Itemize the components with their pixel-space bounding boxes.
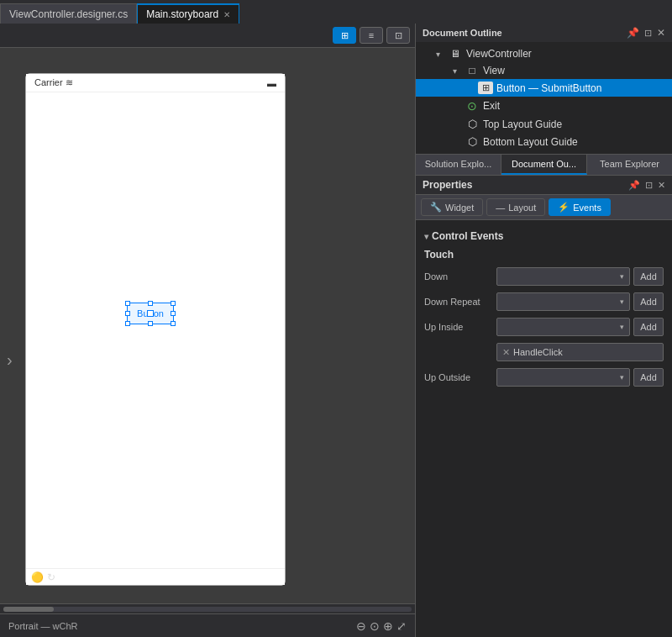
up-inside-dropdown[interactable]: ▾ [496, 318, 630, 336]
view-icon: □ [465, 65, 480, 76]
ios-bottom-bar: 🟡 ↻ [26, 568, 285, 585]
down-repeat-add-label: Add [640, 297, 657, 307]
handle-bl [125, 321, 130, 326]
properties-close-icon[interactable]: ✕ [658, 180, 665, 191]
prop-row-handle-click: ✕ HandleClick [416, 340, 672, 365]
up-outside-input-area: ▾ Add [496, 368, 664, 387]
handle-mr [171, 311, 176, 316]
up-inside-add-button[interactable]: Add [633, 318, 664, 336]
bottom-icon-1: 🟡 [31, 571, 44, 583]
properties-title: Properties [423, 179, 472, 191]
down-add-button[interactable]: Add [633, 267, 664, 286]
properties-header-icons: 📌 ⊡ ✕ [628, 180, 665, 191]
zoom-reset-icon[interactable]: ⊙ [370, 619, 380, 633]
widget-icon: 🔧 [430, 202, 442, 213]
tab-solution-explorer[interactable]: Solution Explo... [416, 155, 501, 175]
handle-tr [171, 301, 176, 306]
list-icon: ≡ [369, 30, 374, 40]
dock-icon[interactable]: ⊡ [644, 28, 652, 39]
toolbar-grid-btn[interactable]: ⊞ [333, 27, 356, 44]
storyboard-toolbar: ⊞ ≡ ⊡ [0, 24, 415, 48]
solution-explorer-label: Solution Explo... [425, 159, 492, 169]
properties-panel: Properties 📌 ⊡ ✕ 🔧 Widget — Layout [416, 176, 672, 637]
hscroll-thumb[interactable] [3, 607, 54, 612]
main-area: ⊞ ≡ ⊡ › Carrier ≋ ▬ [0, 24, 672, 637]
zoom-fit-icon[interactable]: ⤢ [396, 619, 407, 633]
handle-ml [125, 311, 130, 316]
outline-item-bottom-layout-guide[interactable]: ⬡ Bottom Layout Guide [416, 133, 672, 150]
storyboard-hscroll[interactable] [0, 603, 415, 613]
tab-team-explorer[interactable]: Team Explorer [587, 155, 672, 175]
doc-outline-header: Document Outline 📌 ⊡ ✕ [416, 24, 672, 42]
down-repeat-dropdown[interactable]: ▾ [496, 292, 630, 311]
handle-tm [148, 301, 153, 306]
top-layout-guide-icon: ⬡ [465, 118, 480, 130]
doc-outline-title: Document Outline [423, 28, 502, 38]
toolbar-list-btn[interactable]: ≡ [360, 27, 383, 44]
events-label: Events [573, 203, 601, 213]
outline-item-exit[interactable]: ⊙ Exit [416, 97, 672, 115]
expand-arrow-vc: ▾ [436, 50, 444, 59]
handle-br [171, 321, 176, 326]
properties-dock-icon[interactable]: ⊡ [645, 180, 653, 191]
handle-click-field[interactable]: ✕ HandleClick [496, 343, 664, 361]
tab-close-icon[interactable]: ✕ [223, 10, 230, 19]
top-layout-guide-label: Top Layout Guide [483, 118, 562, 130]
aspect-icon: ⊡ [395, 30, 402, 41]
section-collapse-icon[interactable]: ▾ [424, 232, 428, 241]
widget-label: Widget [445, 203, 474, 213]
storyboard-panel: ⊞ ≡ ⊡ › Carrier ≋ ▬ [0, 24, 416, 637]
handle-bm [148, 321, 153, 326]
zoom-out-icon[interactable]: ⊖ [356, 619, 366, 633]
document-outline-label: Document Ou... [512, 159, 576, 169]
ios-button-widget[interactable]: Button [127, 303, 174, 324]
vc-label: ViewController [466, 48, 532, 60]
bottom-tabs: Solution Explo... Document Ou... Team Ex… [416, 155, 672, 176]
prop-row-down-repeat: Down Repeat ▾ Add [416, 289, 672, 314]
pin-icon[interactable]: 📌 [627, 27, 639, 39]
down-repeat-add-button[interactable]: Add [633, 292, 664, 311]
expand-arrow-btn [466, 83, 475, 92]
properties-pin-icon[interactable]: 📌 [628, 180, 640, 191]
properties-header: Properties 📌 ⊡ ✕ [416, 176, 672, 195]
clear-x-icon[interactable]: ✕ [502, 347, 510, 358]
outline-item-top-layout-guide[interactable]: ⬡ Top Layout Guide [416, 115, 672, 133]
tab-bar: ViewController.designer.cs Main.storyboa… [0, 0, 672, 24]
tab-document-outline[interactable]: Document Ou... [501, 155, 587, 175]
tab-viewcontroller-designer[interactable]: ViewController.designer.cs [0, 3, 137, 24]
prop-tab-widget[interactable]: 🔧 Widget [421, 198, 483, 216]
layout-label: Layout [508, 203, 536, 213]
prop-tab-layout[interactable]: — Layout [486, 198, 545, 216]
battery-icon: ▬ [267, 78, 276, 88]
outline-item-viewcontroller[interactable]: ▾ 🖥 ViewController [416, 45, 672, 62]
down-repeat-label: Down Repeat [424, 297, 491, 307]
ios-status-bar: Carrier ≋ ▬ [26, 74, 285, 92]
button-label: Button [137, 308, 164, 318]
up-inside-add-label: Add [640, 322, 657, 332]
toolbar-aspect-btn[interactable]: ⊡ [386, 27, 410, 44]
ios-content-area: Button [26, 92, 285, 568]
handle-click-input-area: ✕ HandleClick [496, 343, 664, 361]
bottom-icon-2: ↻ [47, 571, 55, 583]
zoom-bar: Portrait — wChR ⊖ ⊙ ⊕ ⤢ [0, 613, 415, 637]
carrier-label: Carrier ≋ [34, 77, 73, 88]
outline-item-view[interactable]: ▾ □ View [416, 62, 672, 79]
outline-item-button-submitbutton[interactable]: ⊞ Button — SubmitButton [416, 79, 672, 97]
bottom-layout-guide-label: Bottom Layout Guide [483, 136, 578, 148]
right-panel: Document Outline 📌 ⊡ ✕ ▾ 🖥 ViewControlle… [416, 24, 672, 637]
zoom-in-icon[interactable]: ⊕ [383, 619, 393, 633]
down-dropdown[interactable]: ▾ [496, 267, 630, 286]
grid-icon: ⊞ [341, 30, 349, 41]
prop-tab-events[interactable]: ⚡ Events [549, 198, 611, 216]
up-outside-dropdown[interactable]: ▾ [496, 368, 630, 387]
hscroll-track [3, 607, 412, 612]
tab-main-storyboard[interactable]: Main.storyboard ✕ [137, 3, 239, 24]
up-outside-add-label: Add [640, 372, 657, 382]
up-outside-label: Up Outside [424, 372, 491, 382]
bottom-layout-guide-icon: ⬡ [465, 135, 480, 148]
close-outline-icon[interactable]: ✕ [657, 27, 665, 39]
up-outside-add-button[interactable]: Add [633, 368, 664, 387]
storyboard-canvas[interactable]: › Carrier ≋ ▬ [0, 48, 415, 603]
prop-tabs: 🔧 Widget — Layout ⚡ Events [416, 195, 672, 220]
up-inside-input-area: ▾ Add [496, 318, 664, 336]
